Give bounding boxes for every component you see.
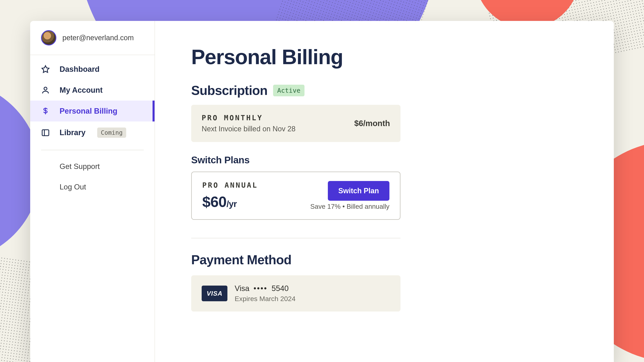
switch-plan-actions: Switch Plan Save 17% • Billed annually bbox=[310, 181, 390, 210]
card-brand-chip: VISA bbox=[202, 286, 228, 301]
page-title: Personal Billing bbox=[191, 45, 578, 69]
next-invoice: Next Invoice billed on Nov 28 bbox=[202, 125, 296, 133]
plan-price: $6/month bbox=[354, 119, 390, 128]
secondary-nav: Get Support Log Out bbox=[30, 156, 154, 197]
switch-plan-card: PRO ANNUAL $60/yr Switch Plan Save 17% •… bbox=[191, 172, 400, 220]
payment-method-heading: Payment Method bbox=[191, 252, 578, 267]
status-badge: Active bbox=[273, 85, 304, 96]
svg-point-0 bbox=[44, 87, 47, 90]
switch-plan-button[interactable]: Switch Plan bbox=[328, 181, 390, 201]
card-expiry: Expires March 2024 bbox=[235, 295, 296, 303]
sidebar-item-log-out[interactable]: Log Out bbox=[30, 177, 154, 197]
card-last4: 5540 bbox=[272, 284, 289, 293]
nav-divider bbox=[41, 150, 144, 150]
sidebar-item-personal-billing[interactable]: Personal Billing bbox=[30, 100, 154, 121]
user-icon bbox=[41, 86, 50, 94]
section-divider bbox=[191, 238, 400, 238]
subscription-heading: Subscription bbox=[191, 83, 268, 98]
svg-rect-1 bbox=[42, 130, 49, 136]
star-icon bbox=[41, 65, 50, 74]
avatar bbox=[41, 30, 56, 45]
coming-badge: Coming bbox=[97, 127, 126, 138]
plan-name: PRO MONTHLY bbox=[202, 114, 296, 122]
sidebar-item-dashboard[interactable]: Dashboard bbox=[30, 59, 154, 80]
card-brand: Visa bbox=[235, 284, 249, 293]
sidebar-item-label: My Account bbox=[60, 86, 103, 94]
sidebar-item-label: Get Support bbox=[60, 162, 100, 171]
payment-method-card: VISA Visa •••• 5540 Expires March 2024 bbox=[191, 275, 400, 312]
user-email: peter@neverland.com bbox=[62, 33, 134, 42]
subscription-header: Subscription Active bbox=[191, 83, 578, 98]
sidebar: peter@neverland.com Dashboard My Account bbox=[30, 21, 155, 362]
panel-icon bbox=[41, 128, 50, 137]
switch-plans-heading: Switch Plans bbox=[191, 154, 578, 166]
price-period: /yr bbox=[226, 199, 237, 209]
sidebar-item-label: Log Out bbox=[60, 183, 86, 191]
sidebar-item-label: Personal Billing bbox=[60, 107, 117, 115]
card-details: Visa •••• 5540 Expires March 2024 bbox=[235, 284, 296, 303]
switch-plan-info: PRO ANNUAL $60/yr bbox=[202, 181, 258, 210]
user-row[interactable]: peter@neverland.com bbox=[30, 21, 154, 55]
dollar-icon bbox=[41, 107, 50, 115]
sidebar-item-label: Library bbox=[60, 128, 86, 137]
price-amount: $60 bbox=[202, 193, 226, 210]
current-plan-card: PRO MONTHLY Next Invoice billed on Nov 2… bbox=[191, 105, 400, 142]
sidebar-item-get-support[interactable]: Get Support bbox=[30, 156, 154, 177]
card-mask: •••• bbox=[254, 284, 268, 293]
sidebar-item-my-account[interactable]: My Account bbox=[30, 80, 154, 100]
app-window: peter@neverland.com Dashboard My Account bbox=[30, 21, 614, 362]
sidebar-item-library[interactable]: Library Coming bbox=[30, 121, 154, 144]
card-number-line: Visa •••• 5540 bbox=[235, 284, 296, 293]
main-content: Personal Billing Subscription Active PRO… bbox=[155, 21, 614, 362]
switch-note: Save 17% • Billed annually bbox=[310, 203, 390, 210]
primary-nav: Dashboard My Account Personal Billing Li… bbox=[30, 55, 154, 197]
switch-plan-name: PRO ANNUAL bbox=[202, 181, 258, 189]
sidebar-item-label: Dashboard bbox=[60, 65, 100, 74]
plan-info: PRO MONTHLY Next Invoice billed on Nov 2… bbox=[202, 114, 296, 133]
switch-plan-price: $60/yr bbox=[202, 193, 258, 210]
